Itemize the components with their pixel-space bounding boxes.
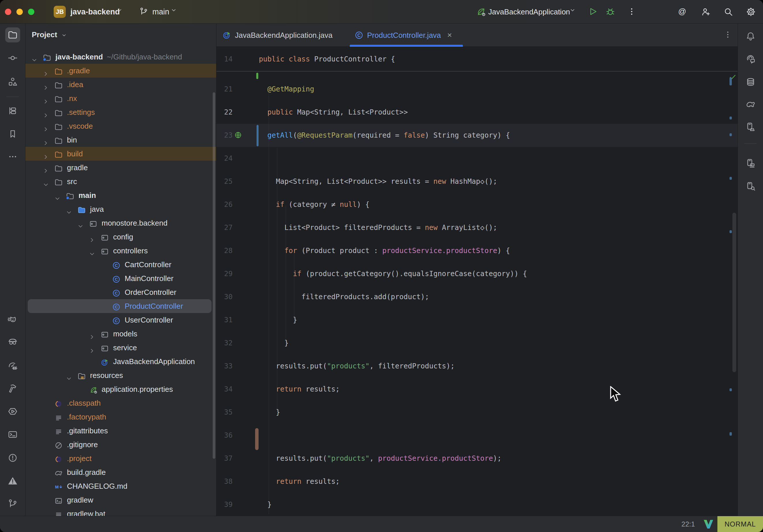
toolbar-gradle-icon[interactable]: [743, 97, 758, 112]
error-stripe-mark[interactable]: [729, 117, 732, 119]
chevron-right-icon[interactable]: [43, 95, 49, 102]
toolbar-more-icon[interactable]: [5, 149, 20, 164]
code-line-32[interactable]: 32 }: [216, 332, 738, 355]
chevron-right-icon[interactable]: [43, 67, 49, 74]
error-stripe-mark[interactable]: [729, 230, 732, 233]
chevron-right-icon[interactable]: [43, 164, 49, 171]
tree-row-src[interactable]: src: [25, 174, 216, 188]
tab-productcontroller[interactable]: C ProductController.java ×: [354, 24, 452, 47]
chevron-right-icon[interactable]: [43, 109, 49, 115]
tab-javabackendapplication[interactable]: JavaBackendApplication.java: [222, 24, 332, 47]
error-stripe-mark[interactable]: [729, 388, 732, 391]
code-line-38[interactable]: 38 return results;: [216, 470, 738, 493]
editor-area[interactable]: JavaBackendApplication.java C ProductCon…: [216, 24, 738, 516]
toolbar-structure-icon[interactable]: [5, 74, 20, 89]
project-scrollbar[interactable]: [213, 92, 215, 459]
sticky-line-header[interactable]: 14 public class ProductController {: [216, 47, 738, 71]
tree-row-.project[interactable]: .project: [25, 452, 216, 465]
code-line-24[interactable]: 24: [216, 147, 738, 170]
tree-row-models[interactable]: models: [25, 327, 216, 341]
chevron-right-icon[interactable]: [89, 234, 95, 240]
more-actions-button[interactable]: [627, 7, 637, 17]
tree-row-.factorypath[interactable]: .factorypath: [25, 410, 216, 424]
error-stripe-mark[interactable]: [729, 177, 732, 180]
tree-row-productcontroller[interactable]: CProductController: [25, 299, 216, 313]
toolbar-terminal-icon[interactable]: [5, 427, 20, 442]
close-tab-button[interactable]: ×: [447, 31, 452, 40]
code-line-27[interactable]: 27 List<Product> filteredProducts = new …: [216, 216, 738, 239]
tree-row-monostore.backend[interactable]: monostore.backend: [25, 216, 216, 230]
error-stripe-mark[interactable]: [729, 432, 732, 436]
error-stripe-mark[interactable]: [729, 133, 732, 136]
settings-button[interactable]: [746, 7, 756, 17]
tree-row-javabackendapplication[interactable]: JavaBackendApplication: [25, 355, 216, 369]
ai-assistant-icon[interactable]: @: [677, 7, 687, 17]
code-line-26[interactable]: 26 if (category ≠ null) {: [216, 193, 738, 216]
toolbar-commit-icon[interactable]: [5, 51, 20, 65]
code-line-34[interactable]: 34 return results;: [216, 378, 738, 401]
toolbar-warnings-icon[interactable]: [5, 473, 20, 488]
code-line-36[interactable]: 36: [216, 424, 738, 447]
chevron-right-icon[interactable]: [43, 151, 49, 157]
toolbar-database-icon[interactable]: [743, 74, 758, 89]
ideavim-icon[interactable]: [704, 520, 713, 530]
vim-mode-badge[interactable]: NORMAL: [717, 516, 763, 532]
branch-widget[interactable]: main: [153, 0, 169, 24]
toolbar-bookmarks-icon[interactable]: [5, 126, 20, 141]
tree-row-gradlew[interactable]: gradlew: [25, 493, 216, 507]
toolbar-git-branch-icon[interactable]: [5, 496, 20, 511]
tree-row-resources[interactable]: resources: [25, 369, 216, 382]
code-line-22[interactable]: 22 public Map<String, List<Product>>: [216, 101, 738, 124]
tree-row-controllers[interactable]: controllers: [25, 244, 216, 258]
toolbar-ai-cat-icon[interactable]: [5, 312, 20, 327]
tree-row-usercontroller[interactable]: CUserController: [25, 313, 216, 327]
toolbar-ai-assistant-icon[interactable]: [743, 52, 758, 67]
editor-scrollbar[interactable]: [732, 213, 736, 372]
tree-row-changelog.md[interactable]: MCHANGELOG.md: [25, 479, 216, 493]
code-line-33[interactable]: 33 results.put("products", filteredProdu…: [216, 355, 738, 378]
tree-row-.gitignore[interactable]: .gitignore: [25, 438, 216, 452]
tree-row-main[interactable]: main: [25, 188, 216, 202]
toolbar-running-devices-icon[interactable]: [743, 119, 758, 135]
run-configuration-widget[interactable]: JavaBackendApplication: [488, 0, 570, 24]
chevron-down-icon[interactable]: [89, 248, 95, 254]
code-line-35[interactable]: 35 }: [216, 401, 738, 424]
tree-row-java-backend[interactable]: java-backend~/Github/java-backend: [25, 50, 216, 64]
endpoint-globe-icon[interactable]: [234, 131, 243, 140]
code-line-23[interactable]: 23 getAll(@RequestParam(required = false…: [216, 124, 738, 147]
maximize-window-button[interactable]: [28, 9, 34, 15]
toolbar-project-folder-icon[interactable]: [5, 27, 20, 43]
chevron-down-icon[interactable]: [66, 372, 72, 378]
search-everywhere-button[interactable]: [723, 7, 733, 17]
tree-row-.gradle[interactable]: .gradle: [25, 64, 216, 78]
tree-row-build[interactable]: build: [25, 147, 216, 161]
tree-row-service[interactable]: service: [25, 341, 216, 355]
tree-row-.classpath[interactable]: .classpath: [25, 396, 216, 410]
tree-row-.vscode[interactable]: .vscode: [25, 119, 216, 133]
tree-row-gradlew.bat[interactable]: gradlew.bat: [25, 507, 216, 516]
chevron-down-icon[interactable]: [43, 178, 49, 185]
toolbar-copilot-icon[interactable]: [5, 334, 20, 349]
code-with-me-button[interactable]: [701, 7, 711, 17]
project-name-widget[interactable]: java-backend: [70, 0, 120, 24]
project-panel-header[interactable]: Project: [32, 28, 67, 41]
tree-row-cartcontroller[interactable]: CCartController: [25, 258, 216, 271]
error-stripe-mark[interactable]: [729, 77, 732, 85]
chevron-right-icon[interactable]: [89, 345, 95, 351]
run-button[interactable]: [588, 7, 599, 17]
code-line-30[interactable]: 30 filteredProducts.add(product);: [216, 285, 738, 308]
editor-options-button[interactable]: [723, 30, 732, 39]
minimize-window-button[interactable]: [16, 9, 23, 15]
tree-row-config[interactable]: config: [25, 230, 216, 244]
caret-position-widget[interactable]: 22:1: [681, 516, 695, 532]
toolbar-profiler-icon[interactable]: [5, 358, 20, 373]
chevron-down-icon[interactable]: [77, 220, 84, 226]
close-window-button[interactable]: [5, 9, 11, 15]
code-line-31[interactable]: 31 }: [216, 308, 738, 332]
toolbar-services-run-icon[interactable]: [5, 404, 20, 419]
chevron-down-icon[interactable]: [31, 53, 38, 60]
toolbar-notifications-icon[interactable]: [743, 29, 758, 44]
chevron-right-icon[interactable]: [43, 123, 49, 129]
toolbar-build-hammer-icon[interactable]: [5, 381, 20, 396]
tree-row-bin[interactable]: bin: [25, 133, 216, 147]
